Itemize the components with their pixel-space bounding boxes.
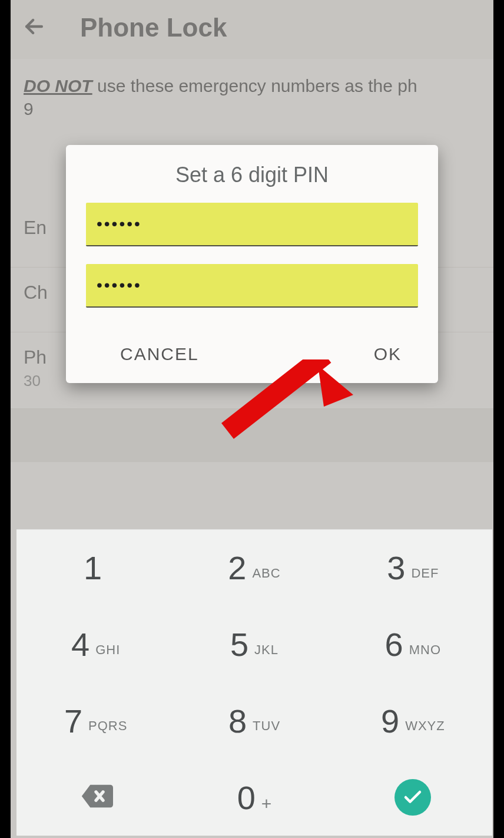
cancel-button[interactable]: CANCEL (120, 344, 199, 364)
backspace-icon (79, 779, 113, 816)
ok-button[interactable]: OK (374, 344, 402, 364)
pin-input-2[interactable] (86, 264, 418, 308)
dialog-title: Set a 6 digit PIN (86, 163, 418, 187)
key-7[interactable]: 7PQRS (16, 683, 175, 760)
key-3[interactable]: 3DEF (334, 530, 492, 606)
key-0[interactable]: 0+ (175, 759, 333, 836)
key-1[interactable]: 1 (16, 530, 175, 606)
numeric-keypad: 1 2ABC 3DEF 4GHI 5JKL 6MNO 7PQRS 8TUV 9W… (16, 529, 492, 836)
key-2[interactable]: 2ABC (175, 530, 333, 606)
check-icon (394, 779, 431, 816)
key-8[interactable]: 8TUV (175, 683, 333, 760)
pin-input-1[interactable] (86, 203, 418, 246)
key-4[interactable]: 4GHI (16, 606, 175, 683)
key-backspace[interactable] (16, 759, 175, 836)
key-6[interactable]: 6MNO (334, 606, 492, 683)
dialog-actions: CANCEL OK (86, 325, 418, 375)
key-5[interactable]: 5JKL (175, 606, 333, 683)
set-pin-dialog: Set a 6 digit PIN CANCEL OK (66, 145, 438, 383)
key-confirm[interactable] (334, 759, 492, 836)
key-9[interactable]: 9WXYZ (334, 683, 492, 760)
